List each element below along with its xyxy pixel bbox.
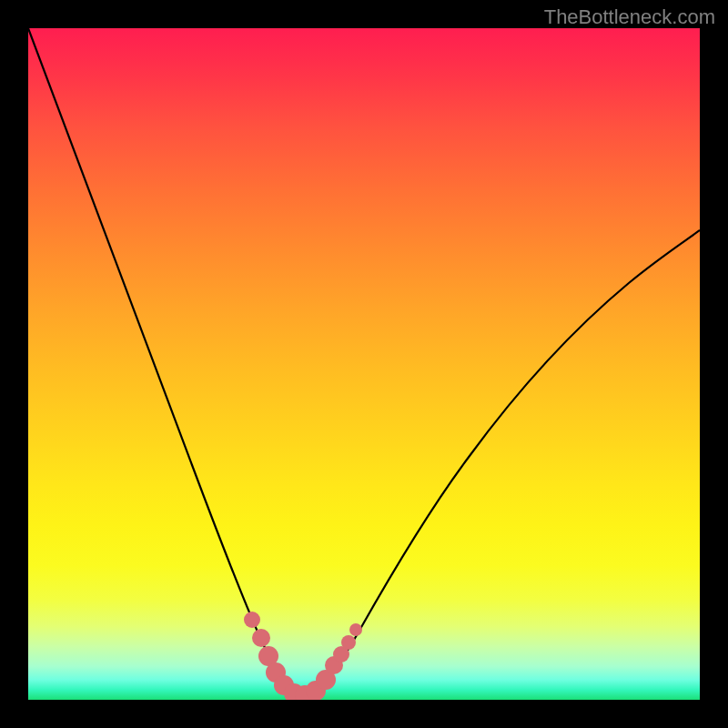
highlight-dots (244, 612, 362, 700)
curve-svg (28, 28, 700, 700)
chart-frame: TheBottleneck.com (0, 0, 728, 728)
bottleneck-curve (28, 28, 700, 697)
watermark-text: TheBottleneck.com (544, 5, 715, 29)
svg-point-0 (244, 612, 260, 628)
plot-area (28, 28, 700, 700)
svg-point-11 (341, 635, 356, 650)
svg-point-12 (349, 623, 362, 636)
svg-point-1 (252, 629, 270, 647)
